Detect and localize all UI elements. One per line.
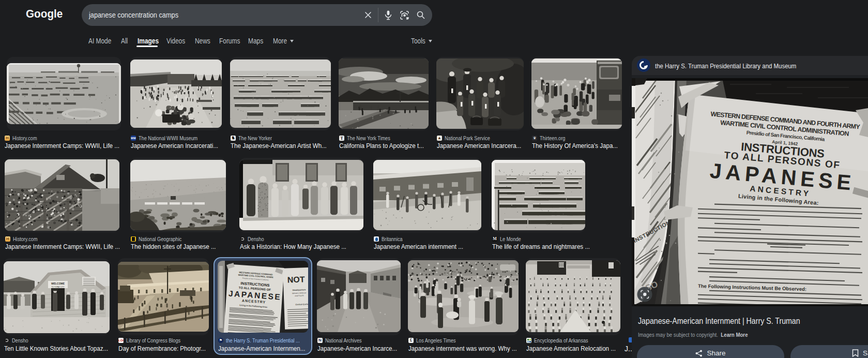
svg-text:TO TOPAZ CITY: TO TOPAZ CITY — [51, 286, 65, 288]
svg-text:WELCOME: WELCOME — [51, 282, 65, 285]
svg-text:and Fourth: and Fourth — [295, 294, 304, 297]
svg-text:Headquarters: Headquarters — [293, 288, 307, 291]
svg-text:NOT: NOT — [287, 275, 306, 284]
svg-text:Civilian Exclusion: Civilian Exclusion — [295, 303, 308, 306]
